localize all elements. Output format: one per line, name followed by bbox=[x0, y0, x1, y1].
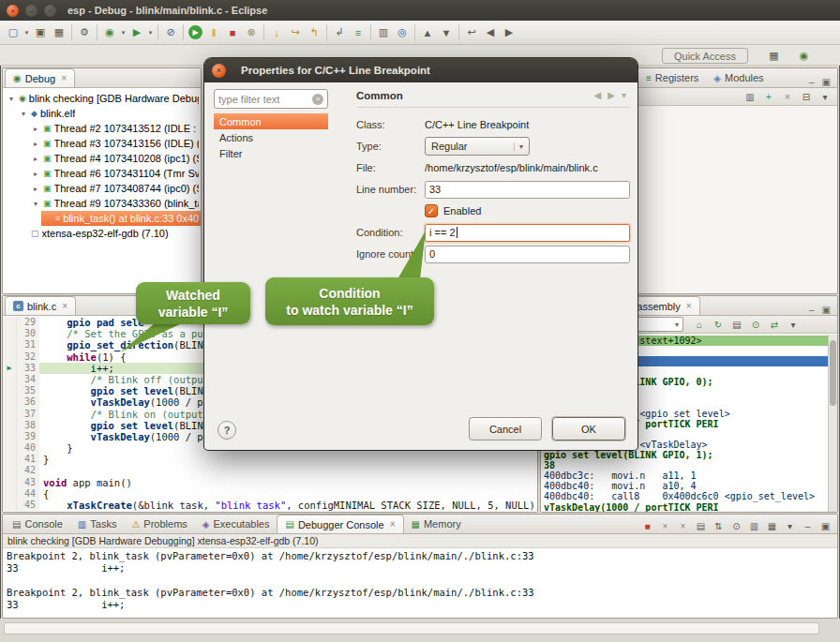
debug-icon[interactable]: ◉ bbox=[100, 23, 119, 42]
home-icon[interactable]: ⌂ bbox=[691, 317, 708, 332]
close-tab-icon[interactable]: × bbox=[390, 519, 396, 530]
code-line[interactable]: 42 bbox=[3, 465, 537, 476]
expand-icon[interactable]: ▸ bbox=[31, 155, 40, 163]
debug-tree-item[interactable]: ▸▣Thread #6 1073431104 (Tmr Svc) (S bbox=[3, 166, 201, 181]
clear-filter-icon[interactable]: × bbox=[312, 94, 323, 105]
collapse-all-icon[interactable]: ⊟ bbox=[798, 89, 815, 104]
condition-input[interactable]: i == 2 bbox=[425, 224, 630, 242]
cancel-button[interactable]: Cancel bbox=[469, 417, 542, 440]
remove-all-launches-icon[interactable]: × bbox=[675, 518, 691, 533]
maximize-view-icon[interactable]: ▣ bbox=[822, 77, 831, 87]
console-menu-icon[interactable]: ▾ bbox=[782, 518, 798, 533]
build-icon[interactable]: ⚙ bbox=[75, 23, 94, 42]
horizontal-scrollbar[interactable] bbox=[4, 622, 819, 635]
suspend-icon[interactable]: ‖ bbox=[204, 23, 223, 42]
tab-console[interactable]: ▤Console bbox=[5, 515, 70, 533]
disassembly-line[interactable]: gpio_set_level(BLINK_GPIO, 1); bbox=[541, 450, 828, 460]
close-tab-icon[interactable]: × bbox=[62, 301, 68, 311]
debug-tree-item[interactable]: ▾◆blink.elf bbox=[3, 106, 201, 121]
forward-history-icon[interactable]: ▶ bbox=[500, 23, 518, 42]
view-menu-icon[interactable]: ▾ bbox=[622, 90, 626, 100]
quick-access-button[interactable]: Quick Access bbox=[662, 48, 748, 64]
debug-perspective-icon[interactable]: ◉ bbox=[796, 48, 812, 64]
open-console-icon[interactable]: ▦ bbox=[764, 518, 780, 533]
view-menu-icon[interactable]: ▾ bbox=[817, 89, 833, 104]
disconnect-icon[interactable]: ⊗ bbox=[242, 23, 261, 42]
back-icon[interactable]: ◀ bbox=[594, 90, 602, 100]
memory-monitor-icon[interactable]: ▥ bbox=[374, 23, 393, 42]
dialog-nav-common[interactable]: Common bbox=[214, 113, 328, 129]
chevron-down-icon[interactable]: ▾ bbox=[675, 321, 679, 329]
type-dropdown[interactable]: Regular ▾ bbox=[425, 137, 530, 156]
debug-tree-item[interactable]: ▾◉blink checking [GDB Hardware Debug bbox=[3, 91, 201, 106]
tab-problems[interactable]: ⚠Problems bbox=[124, 515, 194, 533]
track-expression-icon[interactable]: ⊙ bbox=[747, 317, 764, 332]
debug-tree-item[interactable]: ▸▣Thread #7 1073408744 (ipc0) (Susp bbox=[3, 181, 201, 196]
search-icon[interactable]: ◎ bbox=[393, 23, 412, 42]
disassembly-line[interactable]: vTaskDelay(1000 / portTICK_PERI bbox=[541, 502, 828, 513]
save-all-icon[interactable]: ▦ bbox=[50, 23, 68, 42]
minimize-view-icon[interactable]: – bbox=[800, 518, 816, 533]
expand-icon[interactable]: ▸ bbox=[31, 185, 40, 193]
enabled-checkbox[interactable]: ✓ bbox=[425, 204, 438, 217]
new-menu-icon[interactable]: ▾ bbox=[22, 23, 31, 42]
window-minimize-button[interactable]: – bbox=[25, 5, 38, 17]
disassembly-scrollbar[interactable] bbox=[828, 335, 837, 512]
code-line[interactable]: 43void app_main() bbox=[3, 477, 537, 488]
tab-debugger-console[interactable]: ▤Debugger Console× bbox=[277, 515, 403, 533]
tab-debug[interactable]: ◉ Debug × bbox=[5, 68, 75, 87]
disassembly-line[interactable]: 400dbc40: movi.n a10, 4 bbox=[541, 481, 828, 491]
last-edit-location-icon[interactable]: ↩ bbox=[462, 23, 481, 42]
expand-icon[interactable]: ▸ bbox=[31, 125, 40, 133]
step-over-icon[interactable]: ↪ bbox=[286, 23, 305, 42]
view-menu-icon[interactable]: ▾ bbox=[785, 317, 802, 332]
dialog-nav-actions[interactable]: Actions bbox=[214, 129, 328, 145]
previous-annotation-icon[interactable]: ▲ bbox=[418, 23, 437, 42]
sync-selection-icon[interactable]: ⇄ bbox=[766, 317, 783, 332]
step-return-icon[interactable]: ↰ bbox=[305, 23, 323, 42]
open-perspective-icon[interactable]: ▦ bbox=[766, 48, 782, 64]
terminate-launch-icon[interactable]: ■ bbox=[639, 518, 655, 533]
code-line[interactable]: 44{ bbox=[3, 488, 537, 500]
scrollbar-thumb[interactable] bbox=[830, 340, 836, 406]
window-titlebar[interactable]: × – ▫ esp - Debug - blink/main/blink.c -… bbox=[0, 0, 840, 21]
new-icon[interactable]: ▢ bbox=[4, 23, 22, 42]
minimize-view-icon[interactable]: – bbox=[809, 305, 815, 315]
collapse-icon[interactable]: ▾ bbox=[7, 95, 16, 103]
maximize-view-icon[interactable]: ▣ bbox=[822, 305, 831, 315]
show-source-icon[interactable]: ▤ bbox=[728, 317, 745, 332]
tab-blink-c[interactable]: c blink.c × bbox=[5, 296, 76, 315]
help-button[interactable]: ? bbox=[218, 421, 236, 440]
disassembly-line[interactable]: 400dbc3c: movi.n a11, 1 bbox=[541, 470, 828, 481]
resume-icon[interactable]: ▶ bbox=[188, 25, 202, 39]
maximize-view-icon[interactable]: ▣ bbox=[818, 518, 833, 533]
tab-memory[interactable]: ▦Memory bbox=[404, 515, 469, 533]
ignore-count-input[interactable] bbox=[425, 246, 630, 263]
terminate-icon[interactable]: ■ bbox=[223, 23, 242, 42]
ok-button[interactable]: OK bbox=[552, 417, 625, 440]
tab-modules[interactable]: ◈ Modules bbox=[706, 68, 771, 87]
line-number-input[interactable] bbox=[425, 181, 630, 199]
step-into-icon[interactable]: ↓ bbox=[267, 23, 286, 42]
debug-tree-item[interactable]: ▸▣Thread #3 1073413156 (IDLE) (Susp bbox=[3, 136, 201, 151]
debug-tree-item[interactable]: ▸▣Thread #2 1073413512 (IDLE : Runn bbox=[3, 121, 201, 136]
remove-register-group-icon[interactable]: × bbox=[779, 89, 796, 104]
window-close-button[interactable]: × bbox=[7, 5, 19, 17]
window-maximize-button[interactable]: ▫ bbox=[44, 5, 56, 17]
expand-icon[interactable]: ▸ bbox=[31, 170, 40, 178]
scroll-lock-icon[interactable]: ⇅ bbox=[711, 518, 727, 533]
remove-launch-icon[interactable]: × bbox=[657, 518, 673, 533]
tab-tasks[interactable]: ▥Tasks bbox=[70, 515, 125, 533]
skip-all-breakpoints-icon[interactable]: ⊘ bbox=[161, 23, 180, 42]
drop-to-frame-icon[interactable]: ↲ bbox=[330, 23, 349, 42]
dialog-nav-filter[interactable]: Filter bbox=[214, 145, 328, 161]
console-output[interactable]: Breakpoint 2, blink_task (pvParameter=0x… bbox=[3, 548, 837, 619]
collapse-icon[interactable]: ▾ bbox=[19, 110, 28, 118]
layout-icon[interactable]: ▥ bbox=[742, 89, 758, 104]
close-tab-icon[interactable]: × bbox=[686, 301, 692, 311]
debug-tree-item[interactable]: ≡blink_task() at blink.c:33 0x400db bbox=[3, 211, 201, 226]
back-history-icon[interactable]: ◀ bbox=[481, 23, 500, 42]
run-icon[interactable]: ▶ bbox=[128, 23, 146, 42]
dialog-titlebar[interactable]: × Properties for C/C++ Line Breakpoint bbox=[204, 58, 638, 82]
filter-input[interactable] bbox=[218, 94, 305, 105]
